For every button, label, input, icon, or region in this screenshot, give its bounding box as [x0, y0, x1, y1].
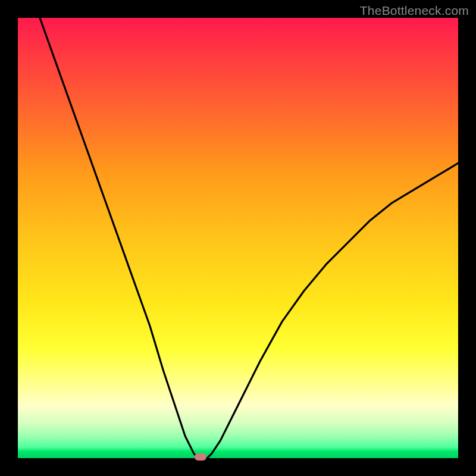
chart-frame: TheBottleneck.com — [0, 0, 476, 476]
plot-area — [18, 18, 458, 458]
watermark-text: TheBottleneck.com — [360, 4, 469, 18]
bottleneck-curve — [18, 18, 458, 458]
optimal-point-marker — [195, 453, 206, 461]
